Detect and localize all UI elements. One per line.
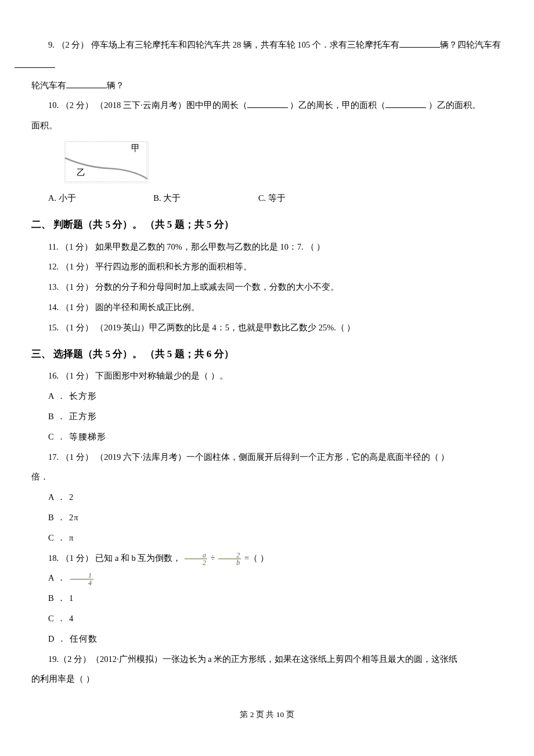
q18-opt-a[interactable]: A ． 14	[31, 568, 503, 588]
q9-text-b: 辆？四轮汽车有	[440, 40, 501, 49]
q16-opt-a[interactable]: A ． 长方形	[31, 386, 503, 406]
q10-opt-a[interactable]: A. 小于	[48, 193, 76, 203]
blank-input[interactable]	[247, 99, 288, 109]
q9-text-c: 辆？	[107, 81, 124, 90]
q17-opt-c[interactable]: C ． π	[31, 528, 503, 548]
blank-input[interactable]	[15, 59, 55, 68]
q19-stem-b: 的利用率是（ ）	[31, 669, 503, 689]
q10-figure: 甲 乙	[63, 139, 150, 185]
fraction-icon: 14	[70, 572, 93, 586]
q10-opt-b[interactable]: B. 大于	[153, 193, 181, 203]
q19-stem-a: 19.（2 分）（2012·广州模拟）一张边长为 a 米的正方形纸，如果在这张纸…	[48, 654, 457, 664]
q9-line2: 轮汽车有辆？	[31, 75, 503, 96]
q16-opt-b[interactable]: B ． 正方形	[31, 406, 503, 427]
q9-text-a: 9. （2 分） 停车场上有三轮摩托车和四轮汽车共 28 辆，共有车轮 105 …	[48, 40, 399, 49]
q18-stem-a: 18. （1 分） 已知 a 和 b 互为倒数，	[48, 553, 183, 563]
q18-opt-d[interactable]: D ． 任何数	[31, 629, 503, 649]
question-13: 13. （1 分） 分数的分子和分母同时加上或减去同一个数，分数的大小不变。	[31, 277, 503, 297]
q17-stem-b: 倍．	[31, 467, 503, 487]
question-12: 12. （1 分） 平行四边形的面积和长方形的面积相等。	[31, 257, 503, 277]
q9-cont: 轮汽车有	[31, 81, 66, 90]
question-19-stem: 19.（2 分）（2012·广州模拟）一张边长为 a 米的正方形纸，如果在这张纸…	[31, 649, 503, 669]
q18-opt-b[interactable]: B ． 1	[31, 588, 503, 609]
q18-opt-c[interactable]: C ． 4	[31, 609, 503, 629]
section-3-heading: 三、 选择题（共 5 分）。 （共 5 题；共 6 分）	[31, 343, 503, 366]
blank-input[interactable]	[399, 39, 440, 48]
question-16-stem: 16. （1 分） 下面图形中对称轴最少的是（ ）。	[31, 366, 503, 386]
question-15: 15. （1 分） （2019·英山）甲乙两数的比是 4：5，也就是甲数比乙数少…	[31, 318, 503, 338]
question-14: 14. （1 分） 圆的半径和周长成正比例。	[31, 297, 503, 318]
fraction-icon: a2	[185, 552, 207, 566]
q10-line2: 面积。	[31, 116, 503, 136]
question-10: 10. （2 分） （2018 三下·云南月考）图中甲的周长（ ）乙的周长，甲的…	[31, 95, 503, 116]
q17-opt-a[interactable]: A ． 2	[31, 487, 503, 507]
q18-a-pre: A ．	[48, 573, 69, 582]
q10-text-a: 10. （2 分） （2018 三下·云南月考）图中甲的周长（	[48, 100, 247, 110]
fraction-icon: 2b	[218, 552, 241, 566]
q17-stem-a: 17. （1 分） （2019 六下·法库月考）一个圆柱体，侧面展开后得到一个正…	[48, 452, 449, 462]
fig-label-a: 甲	[131, 143, 140, 153]
rectangle-diagram-icon: 甲 乙	[63, 139, 150, 185]
fig-label-b: 乙	[77, 168, 85, 177]
question-17-stem: 17. （1 分） （2019 六下·法库月考）一个圆柱体，侧面展开后得到一个正…	[31, 447, 503, 467]
q10-opt-c[interactable]: C. 等于	[258, 193, 286, 203]
q17-opt-b[interactable]: B ． 2π	[31, 507, 503, 528]
page-content: 9. （2 分） 停车场上有三轮摩托车和四轮汽车共 28 辆，共有车轮 105 …	[0, 0, 534, 737]
q10-options: A. 小于 B. 大于 C. 等于	[31, 188, 503, 208]
question-18-stem: 18. （1 分） 已知 a 和 b 互为倒数， a2 ÷ 2b =（ ）	[31, 548, 503, 568]
q16-opt-c[interactable]: C ． 等腰梯形	[31, 427, 503, 447]
question-11: 11. （1 分） 如果甲数是乙数的 70%，那么甲数与乙数的比是 10：7. …	[31, 237, 503, 257]
q18-div: ÷	[211, 553, 218, 563]
q10-text-c: ）乙的面积。	[426, 100, 481, 110]
blank-input[interactable]	[66, 79, 107, 88]
question-9: 9. （2 分） 停车场上有三轮摩托车和四轮汽车共 28 辆，共有车轮 105 …	[31, 35, 503, 75]
q10-text-b: ）乙的周长，甲的面积（	[288, 100, 386, 110]
blank-input[interactable]	[385, 99, 426, 109]
section-2-heading: 二、 判断题（共 5 分）。 （共 5 题；共 5 分）	[31, 213, 503, 237]
q18-stem-b: =（ ）	[244, 553, 269, 563]
page-footer: 第 2 页 共 10 页	[31, 710, 503, 719]
